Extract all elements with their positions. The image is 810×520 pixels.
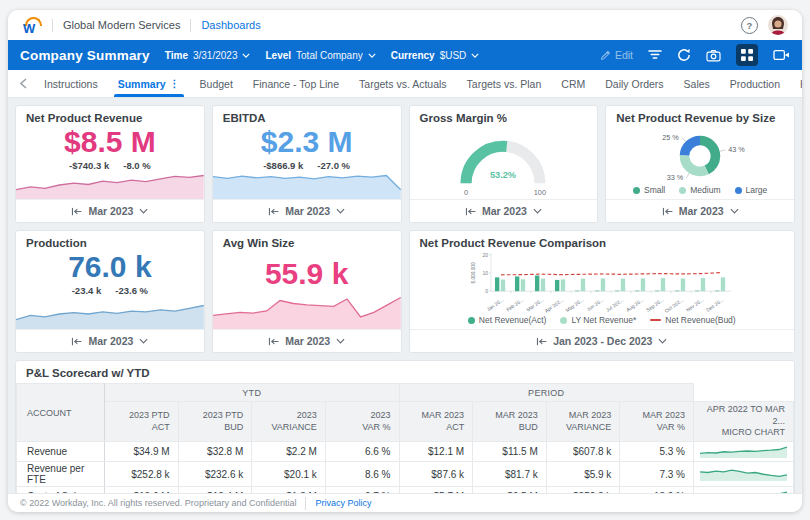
time-label: Time [165, 50, 188, 61]
tab-production[interactable]: Production [720, 70, 790, 97]
chevron-down-icon [336, 208, 345, 214]
comparison-legend: Net Revenue(Act) LY Net Revenue* Net Rev… [410, 313, 795, 329]
svg-text:Nov 20...: Nov 20... [685, 297, 704, 312]
svg-text:Aug 20...: Aug 20... [625, 297, 644, 312]
currency-filter[interactable]: Currency $USD [391, 50, 480, 61]
tab-crm[interactable]: CRM [551, 70, 595, 97]
chevron-down-icon [336, 338, 345, 344]
svg-text:Mar 20...: Mar 20... [525, 297, 544, 312]
camera-icon[interactable] [706, 49, 721, 62]
scorecard-table: ACCOUNT YTD PERIOD 2023 PTDACT2023 PTDBU… [16, 383, 794, 493]
period-selector[interactable]: Mar 2023 [16, 329, 204, 352]
period-label: Mar 2023 [285, 205, 330, 217]
timeline-icon [268, 337, 279, 346]
account-header: ACCOUNT [17, 384, 105, 442]
dashboards-link[interactable]: Dashboards [201, 19, 260, 31]
period-label: Mar 2023 [482, 205, 527, 217]
period-selector[interactable]: Mar 2023 [410, 199, 598, 222]
refresh-icon[interactable] [677, 48, 691, 62]
svg-text:100: 100 [534, 188, 546, 197]
svg-text:33 %: 33 % [667, 173, 684, 182]
level-label: Level [265, 50, 291, 61]
svg-text:$,000,000: $,000,000 [470, 262, 475, 283]
brand-name[interactable]: Global Modern Services [63, 19, 180, 31]
tab-scroll-left-icon[interactable] [12, 70, 34, 97]
legend-label: Small [644, 185, 665, 195]
card-production: Production 76.0 k -23.4 k -23.6 % Mar 20… [15, 230, 205, 353]
edit-button[interactable]: Edit [600, 49, 633, 61]
help-icon[interactable]: ? [741, 17, 758, 34]
kpi-value: 76.0 k [16, 250, 204, 283]
svg-text:Oct 202...: Oct 202... [664, 297, 684, 313]
card-title: Avg Win Size [213, 231, 401, 249]
page-title: Company Summary [20, 48, 150, 63]
svg-text:Sep 20...: Sep 20... [645, 297, 664, 312]
level-filter[interactable]: Level Total Company [265, 50, 375, 61]
copyright-bar: © 2022 Workday, Inc. All rights reserved… [8, 493, 802, 512]
value-cell: 5.3 % [620, 442, 694, 462]
column-header: 2023 PTDACT [105, 402, 179, 442]
value-cell: $87.6 k [399, 462, 473, 487]
period-selector[interactable]: Mar 2023 [213, 329, 401, 352]
tab-menu-icon[interactable]: ⋮ [170, 78, 180, 89]
tab-kpis[interactable]: KPIs [790, 70, 802, 97]
tab-summary[interactable]: Summary⋮ [108, 70, 190, 97]
pnl-scorecard: P&L Scorecard w/ YTD ACCOUNT YTD PERIOD … [15, 360, 795, 493]
tab-daily-orders[interactable]: Daily Orders [595, 70, 673, 97]
value-cell: 6.6 % [325, 442, 399, 462]
card-revenue-by-size: Net Product Revenue by Size 43 %33 %25 %… [605, 105, 795, 223]
currency-label: Currency [391, 50, 435, 61]
legend-dash-bud [650, 319, 661, 322]
column-header: 2023VARIANCE [252, 402, 326, 442]
grid-view-icon[interactable] [736, 44, 758, 66]
period-selector[interactable]: Jan 2023 - Dec 2023 [410, 329, 795, 352]
privacy-policy-link[interactable]: Privacy Policy [315, 498, 371, 508]
micro-chart-cell [694, 442, 794, 462]
timeline-icon [465, 207, 476, 216]
svg-text:10: 10 [482, 270, 488, 276]
tab-finance-top-line[interactable]: Finance - Top Line [243, 70, 349, 97]
tab-budget[interactable]: Budget [190, 70, 243, 97]
avatar[interactable] [768, 15, 788, 35]
video-icon[interactable] [773, 49, 790, 61]
divider [190, 19, 191, 32]
micro-chart [700, 468, 787, 481]
tab-targets-vs-plan[interactable]: Targets vs. Plan [457, 70, 552, 97]
legend-label: Net Revenue(Bud) [665, 315, 735, 325]
kpi-value: $2.3 M [213, 125, 401, 158]
legend-dot-act [468, 317, 475, 324]
group-header-row: ACCOUNT YTD PERIOD [17, 384, 794, 402]
value-cell: $11.5 M [473, 442, 547, 462]
period-selector[interactable]: Mar 2023 [213, 199, 401, 222]
edit-label: Edit [615, 49, 633, 61]
kpi-value: $8.5 M [16, 125, 204, 158]
kpi-value: 55.9 k [213, 257, 401, 290]
avg-win-size-sparkline [213, 295, 401, 329]
dashboard-toolbar: Company Summary Time 3/31/2023 Level Tot… [8, 40, 802, 70]
filter-icon[interactable] [648, 49, 662, 61]
account-cell: Revenue per FTE [17, 462, 105, 487]
tab-instructions[interactable]: Instructions [34, 70, 108, 97]
currency-value: $USD [440, 50, 467, 61]
period-selector[interactable]: Mar 2023 [606, 199, 794, 222]
svg-text:May 20...: May 20... [564, 297, 584, 313]
legend-dot-small [633, 187, 640, 194]
value-cell: $12.1 M [399, 442, 473, 462]
time-filter[interactable]: Time 3/31/2023 [165, 50, 251, 61]
period-label: Mar 2023 [285, 335, 330, 347]
period-selector[interactable]: Mar 2023 [16, 199, 204, 222]
value-cell: $5.9 k [546, 462, 620, 487]
timeline-icon [71, 207, 82, 216]
tab-strip: InstructionsSummary⋮BudgetFinance - Top … [34, 70, 802, 97]
table-row: Revenue per FTE$252.8 k$232.6 k$20.1 k8.… [17, 462, 794, 487]
tab-targets-vs-actuals[interactable]: Targets vs. Actuals [349, 70, 457, 97]
delta-pct: -27.0 % [317, 160, 350, 171]
ytd-group-header: YTD [105, 384, 400, 402]
micro-chart [700, 445, 787, 458]
workday-logo-icon[interactable]: W [22, 16, 42, 35]
svg-text:Jun 20...: Jun 20... [586, 297, 604, 312]
kpi-deltas: -$740.3 k -8.0 % [16, 160, 204, 171]
card-title: Gross Margin % [410, 106, 598, 124]
tab-sales[interactable]: Sales [674, 70, 720, 97]
card-gross-margin: Gross Margin % 53.2%0100 Mar 2023 [409, 105, 599, 223]
